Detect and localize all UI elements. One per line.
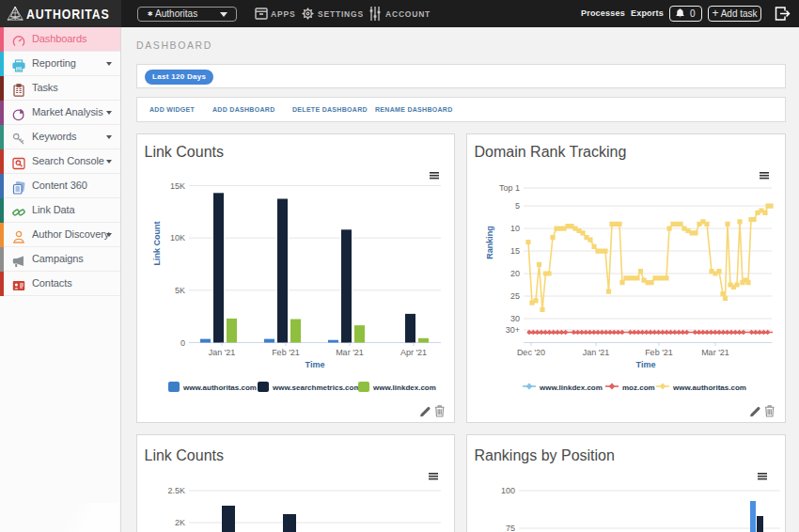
svg-text:Time: Time (306, 360, 325, 369)
svg-text:25: 25 (510, 291, 520, 301)
svg-text:Dec '20: Dec '20 (517, 348, 545, 357)
svg-text:Time: Time (636, 360, 656, 369)
svg-text:Top 1: Top 1 (499, 183, 520, 193)
svg-text:Apr '21: Apr '21 (400, 348, 427, 357)
svg-text:30: 30 (510, 314, 520, 323)
svg-text:Jan '21: Jan '21 (209, 348, 236, 357)
svg-text:Link Count: Link Count (152, 222, 162, 266)
svg-text:Jan '21: Jan '21 (583, 348, 610, 357)
svg-text:10K: 10K (170, 233, 185, 243)
svg-text:5K: 5K (175, 286, 185, 295)
svg-text:15K: 15K (170, 181, 185, 191)
svg-text:0: 0 (180, 338, 185, 348)
svg-text:Feb '21: Feb '21 (272, 348, 300, 357)
svg-text:30+: 30+ (506, 325, 520, 335)
svg-text:www.authoritas.com: www.authoritas.com (672, 383, 746, 392)
svg-text:www.linkdex.com: www.linkdex.com (539, 383, 603, 392)
svg-text:Mar '21: Mar '21 (336, 348, 364, 357)
svg-text:moz.com: moz.com (622, 383, 655, 392)
svg-text:2K: 2K (175, 518, 185, 527)
svg-text:Feb '21: Feb '21 (645, 348, 673, 357)
svg-text:75: 75 (506, 524, 515, 532)
svg-text:15: 15 (510, 246, 520, 256)
svg-text:2.5K: 2.5K (167, 486, 185, 495)
svg-text:Mar '21: Mar '21 (701, 348, 729, 357)
svg-text:100: 100 (501, 486, 515, 495)
svg-text:10: 10 (510, 224, 520, 233)
svg-text:www.authoritas.com: www.authoritas.com (182, 383, 257, 392)
svg-text:www.searchmetrics.com: www.searchmetrics.com (272, 383, 361, 392)
svg-text:20: 20 (510, 269, 520, 278)
svg-text:5: 5 (515, 201, 520, 211)
svg-text:Ranking: Ranking (485, 226, 494, 259)
svg-text:www.linkdex.com: www.linkdex.com (372, 383, 436, 392)
